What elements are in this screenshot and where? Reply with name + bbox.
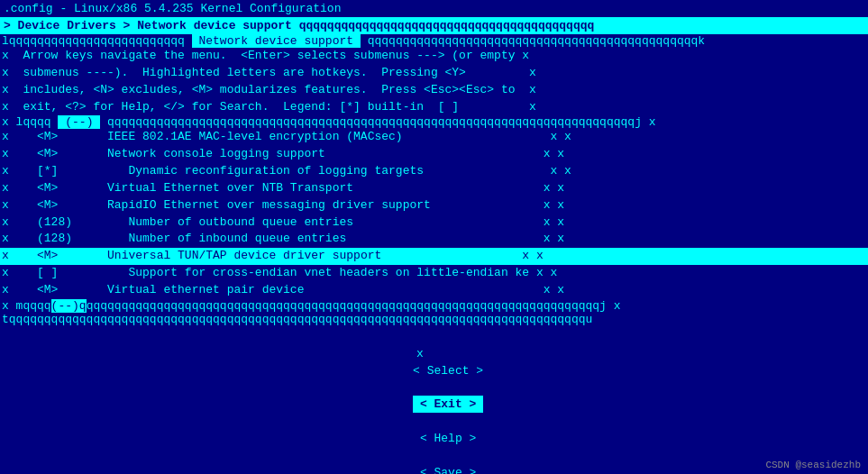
menu-item-4[interactable]: x <M> Virtual Ethernet over NTB Transpor…: [0, 180, 868, 197]
inner-border: x lqqqq (--) qqqqqqqqqqqqqqqqqqqqqqqqqqq…: [0, 115, 868, 129]
window-title: .config - Linux/x86 5.4.235 Kernel Confi…: [4, 2, 341, 15]
bottom-border-2: tqqqqqqqqqqqqqqqqqqqqqqqqqqqqqqqqqqqqqqq…: [0, 313, 868, 326]
menu-item-2[interactable]: x <M> Network console logging support x …: [0, 146, 868, 163]
bottom-border-1: x mqqqq(--)qqqqqqqqqqqqqqqqqqqqqqqqqqqqq…: [0, 299, 868, 313]
help-line-2: x submenus ----). Highlighted letters ar…: [0, 65, 868, 82]
breadcrumb-bar: > Device Drivers > Network device suppor…: [0, 17, 868, 34]
kernel-config-screen: .config - Linux/x86 5.4.235 Kernel Confi…: [0, 0, 868, 474]
button-row-wrapper: x < Select > < Exit > < Help > < Save > …: [0, 326, 868, 474]
menu-item-3[interactable]: x [*] Dynamic reconfiguration of logging…: [0, 163, 868, 180]
help-button[interactable]: < Help >: [413, 430, 483, 447]
menu-title: Network device support: [192, 34, 361, 48]
menu-item-1[interactable]: x <M> IEEE 802.1AE MAC-level encryption …: [0, 129, 868, 146]
menu-item-6[interactable]: x (128) Number of outbound queue entries…: [0, 214, 868, 232]
help-line-4: x exit, <?> for Help, </> for Search. Le…: [0, 99, 868, 116]
help-line-1: x Arrow keys navigate the menu. <Enter> …: [0, 48, 868, 65]
menu-item-8-selected[interactable]: x <M> Universal TUN/TAP device driver su…: [0, 248, 868, 265]
title-bar: .config - Linux/x86 5.4.235 Kernel Confi…: [0, 0, 868, 17]
help-line-3: x includes, <N> excludes, <M> modularize…: [0, 82, 868, 99]
menu-item-5[interactable]: x <M> RapidIO Ethernet over messaging dr…: [0, 197, 868, 214]
top-border: lqqqqqqqqqqqqqqqqqqqqqqqqq Network devic…: [0, 34, 868, 48]
breadcrumb: > Device Drivers > Network device suppor…: [4, 19, 594, 32]
select-button[interactable]: < Select >: [406, 362, 490, 379]
exit-button[interactable]: < Exit >: [413, 396, 483, 413]
save-button[interactable]: < Save >: [413, 464, 483, 474]
menu-item-10[interactable]: x <M> Virtual ethernet pair device x x: [0, 282, 868, 299]
watermark: CSDN @seasidezhb: [765, 460, 861, 470]
menu-item-9[interactable]: x [ ] Support for cross-endian vnet head…: [0, 265, 868, 282]
menu-item-7[interactable]: x (128) Number of inbound queue entries …: [0, 231, 868, 248]
